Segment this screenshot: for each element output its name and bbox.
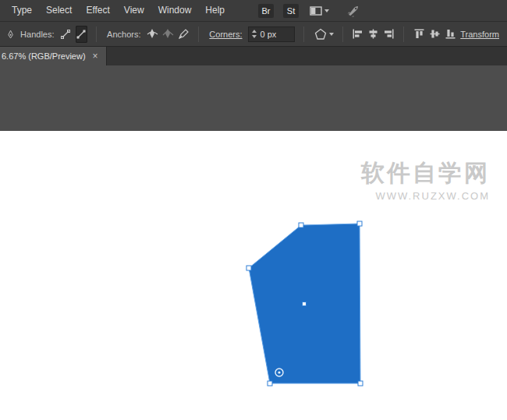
chevron-down-icon — [329, 33, 334, 36]
shape-options-dropdown[interactable] — [314, 28, 334, 41]
corners-link[interactable]: Corners: — [209, 30, 242, 39]
stepper-up-icon[interactable] — [252, 30, 257, 33]
corner-radius-value[interactable]: 0 px — [261, 30, 277, 39]
show-handles-selected-button[interactable] — [76, 26, 87, 43]
align-top-button[interactable] — [413, 26, 424, 43]
pencil-remove-icon — [178, 28, 190, 40]
canvas-shape-layer — [0, 131, 507, 420]
shape-center-point[interactable] — [303, 302, 307, 306]
arrange-documents-icon — [310, 5, 322, 16]
align-top-icon — [413, 28, 425, 40]
rocket-icon — [346, 5, 360, 17]
document-tab-title: 6.67% (RGB/Preview) — [2, 51, 86, 61]
menu-select[interactable]: Select — [39, 0, 79, 21]
corner-radius-stepper[interactable]: 0 px — [248, 26, 295, 42]
align-horizontal-center-icon — [367, 28, 379, 40]
divider — [198, 26, 199, 42]
control-bar: Handles: Anchors: — [0, 22, 507, 47]
menu-type[interactable]: Type — [5, 0, 39, 21]
remove-anchor-button[interactable] — [178, 26, 190, 43]
align-vertical-center-icon — [429, 28, 441, 40]
arrange-documents-button[interactable] — [310, 5, 329, 16]
menu-help[interactable]: Help — [198, 0, 232, 21]
align-right-button[interactable] — [383, 26, 395, 43]
brushes-panel-button[interactable]: Br — [258, 4, 274, 18]
align-left-icon — [352, 28, 363, 40]
divider — [403, 26, 404, 42]
artboard[interactable]: 软件自学网 WWW.RUZXW.COM — [0, 131, 507, 420]
shape-icon — [314, 28, 327, 41]
stepper-arrows[interactable] — [252, 30, 257, 38]
show-handles-option-button[interactable] — [60, 26, 72, 43]
divider — [342, 26, 343, 42]
menu-window[interactable]: Window — [151, 0, 199, 21]
anchor-point-tool-icon — [6, 28, 15, 41]
document-tab[interactable]: 6.67% (RGB/Preview) × — [0, 47, 107, 65]
menu-view[interactable]: View — [117, 0, 151, 21]
pasteboard[interactable] — [0, 65, 507, 131]
transform-link[interactable]: Transform — [460, 30, 499, 39]
align-horizontal-center-button[interactable] — [367, 26, 379, 43]
align-bottom-button[interactable] — [445, 26, 456, 43]
handles-hidden-icon — [60, 29, 71, 40]
stepper-down-icon[interactable] — [252, 35, 257, 38]
handles-label: Handles: — [20, 30, 54, 39]
graphic-styles-panel-button[interactable]: St — [283, 4, 299, 18]
align-bottom-icon — [445, 28, 456, 40]
handles-shown-icon — [76, 29, 87, 40]
chevron-down-icon — [324, 9, 329, 12]
document-tab-bar: 6.67% (RGB/Preview) × — [0, 47, 507, 65]
gpu-performance-button[interactable] — [346, 5, 360, 17]
illustrator-window: Type Select Effect View Window Help Br S… — [0, 0, 507, 420]
divider — [96, 26, 97, 42]
pen-smooth-icon — [147, 28, 158, 40]
pen-corner-icon — [162, 28, 174, 40]
anchors-label: Anchors: — [107, 30, 140, 39]
align-right-icon — [383, 28, 395, 40]
convert-anchor-corner-button[interactable] — [162, 26, 174, 43]
menu-bar: Type Select Effect View Window Help Br S… — [0, 0, 507, 22]
divider — [303, 26, 304, 42]
convert-anchor-smooth-button[interactable] — [147, 26, 158, 43]
menu-effect[interactable]: Effect — [79, 0, 116, 21]
align-left-button[interactable] — [352, 26, 363, 43]
align-vertical-center-button[interactable] — [429, 26, 441, 43]
tab-close-icon[interactable]: × — [93, 51, 98, 61]
